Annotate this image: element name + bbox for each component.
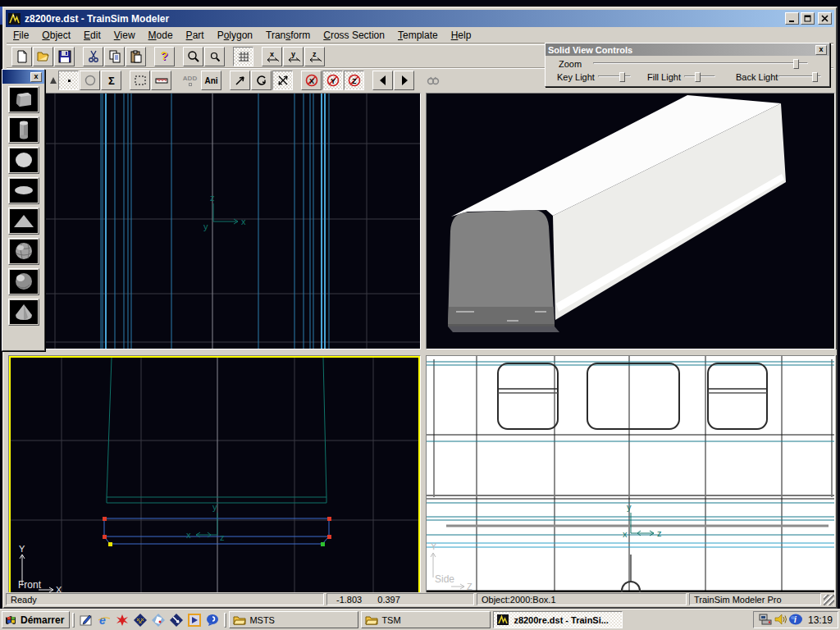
menu-part[interactable]: Part <box>180 28 211 43</box>
save-button[interactable] <box>54 47 75 66</box>
find-button[interactable] <box>422 71 443 90</box>
zoom-in-button[interactable] <box>183 47 203 66</box>
paste-button[interactable] <box>126 47 146 66</box>
show-desktop-icon[interactable] <box>78 612 94 628</box>
minimize-button[interactable] <box>785 12 799 25</box>
front-corner-y-label: Y <box>19 544 25 554</box>
spline-button[interactable]: Σ <box>101 71 121 90</box>
measure-button[interactable] <box>151 71 171 90</box>
dome-primitive-button[interactable] <box>8 299 39 326</box>
internet-explorer-icon[interactable]: e <box>96 612 112 628</box>
print-device-icon[interactable] <box>759 613 772 628</box>
red-star-icon[interactable] <box>114 612 130 628</box>
menu-help[interactable]: Help <box>445 28 478 43</box>
hidden-partial-button[interactable] <box>49 71 57 90</box>
cut-button[interactable] <box>83 47 103 66</box>
rotate-tool-button[interactable] <box>251 71 272 90</box>
start-button[interactable]: Démarrer <box>2 611 70 628</box>
vertex-marker[interactable] <box>327 517 331 521</box>
copy-button[interactable] <box>104 47 125 66</box>
axis-x-button[interactable]: x <box>262 47 282 66</box>
shape-palette-titlebar[interactable]: x <box>2 70 44 84</box>
back-light-slider-thumb[interactable] <box>812 72 818 82</box>
horizontal-splitter[interactable] <box>7 349 837 355</box>
menu-cross-section[interactable]: Cross Section <box>317 28 391 43</box>
vertex-marker[interactable] <box>108 542 112 546</box>
vertex-marker[interactable] <box>327 535 331 539</box>
info-bubble-icon[interactable]: i <box>788 613 803 628</box>
resize-grip[interactable] <box>824 595 834 605</box>
menu-object[interactable]: Object <box>35 28 77 43</box>
menu-mode[interactable]: Mode <box>142 28 180 43</box>
zoom-slider[interactable] <box>593 58 808 69</box>
sphere-primitive-button[interactable] <box>8 147 39 174</box>
dark-grid-icon[interactable] <box>132 612 148 628</box>
task-button-msts[interactable]: MSTS <box>229 611 358 628</box>
menu-transform[interactable]: Transform <box>259 28 317 43</box>
vertex-marker[interactable] <box>321 542 325 546</box>
shape-palette-close-icon[interactable]: x <box>30 72 42 82</box>
chat-bubble-icon[interactable] <box>204 612 221 628</box>
viewport-side[interactable]: yxzYSideZ <box>426 355 835 596</box>
marquee-select-button[interactable] <box>130 71 150 90</box>
next-button[interactable] <box>394 71 414 90</box>
media-player-icon[interactable] <box>186 612 203 628</box>
volume-icon[interactable] <box>774 613 787 628</box>
lock-x-button[interactable]: X <box>301 71 322 90</box>
taskbar-divider <box>72 613 75 628</box>
solid-view-controls: Solid View Controls x Zoom Key Light Fil… <box>545 43 830 87</box>
lock-y-button[interactable]: Y <box>322 71 343 90</box>
scale-tool-button[interactable] <box>272 71 293 90</box>
key-light-slider-track[interactable] <box>598 75 631 77</box>
close-button[interactable] <box>818 12 832 25</box>
prev-button[interactable] <box>372 71 393 90</box>
fill-light-slider-thumb[interactable] <box>695 72 701 82</box>
help-button[interactable]: ?? <box>154 47 175 66</box>
geosphere-primitive-button[interactable] <box>8 238 39 265</box>
open-file-button[interactable] <box>33 47 53 66</box>
task-button-z8200re-dst-trainsi-[interactable]: z8200re.dst - TrainSi... <box>493 611 623 628</box>
draw-arrow-icon[interactable] <box>168 612 185 628</box>
solid-view-controls-close-icon[interactable]: x <box>815 45 827 55</box>
grid-toggle-button[interactable] <box>233 47 253 66</box>
point-mode-button[interactable] <box>58 71 79 90</box>
menu-view[interactable]: View <box>107 28 142 43</box>
key-light-slider[interactable] <box>598 71 631 82</box>
title-bar[interactable]: z8200re.dst - TrainSim Modeler <box>6 10 834 27</box>
back-light-slider[interactable] <box>778 71 821 82</box>
move-tool-button[interactable] <box>230 71 250 90</box>
viewport-perspective[interactable] <box>426 93 835 349</box>
cylinder-primitive-button[interactable] <box>8 116 39 144</box>
zoom-slider-track[interactable] <box>593 62 808 64</box>
svg-text:X: X <box>309 77 314 85</box>
note-diamond-icon[interactable] <box>150 612 167 628</box>
vertex-marker[interactable] <box>103 535 107 539</box>
screen: z8200re.dst - TrainSim Modeler FileObjec… <box>0 0 840 630</box>
axis-y-button[interactable]: y <box>283 47 304 66</box>
fill-light-slider[interactable] <box>684 71 715 82</box>
menu-edit[interactable]: Edit <box>77 28 107 43</box>
animate-button[interactable]: Ani <box>201 71 221 90</box>
zoom-slider-thumb[interactable] <box>793 59 799 69</box>
add-button[interactable]: ADD <box>180 71 200 90</box>
menu-polygon[interactable]: Polygon <box>211 28 259 43</box>
circle-mode-button[interactable] <box>80 71 100 90</box>
vertex-marker[interactable] <box>103 517 107 521</box>
key-light-slider-thumb[interactable] <box>619 72 625 82</box>
lock-z-button[interactable]: Z <box>344 71 364 90</box>
maximize-button[interactable] <box>801 12 815 25</box>
menu-template[interactable]: Template <box>391 28 445 43</box>
menu-file[interactable]: File <box>7 28 35 43</box>
ellipsoid-primitive-button[interactable] <box>8 177 39 204</box>
viewport-front[interactable]: yxzYFrontX <box>8 355 421 596</box>
zoom-out-button[interactable] <box>204 47 225 66</box>
box-primitive-button[interactable] <box>8 86 39 113</box>
taskbar-divider-2 <box>224 613 226 628</box>
task-button-tsm[interactable]: TSM <box>361 611 491 628</box>
smooth-sphere-primitive-button[interactable] <box>8 268 39 295</box>
viewport-top[interactable]: zxy→X <box>8 93 421 349</box>
axis-z-button[interactable]: z <box>304 47 325 66</box>
new-file-button[interactable] <box>11 47 32 66</box>
solid-view-controls-titlebar[interactable]: Solid View Controls x <box>546 43 829 56</box>
cone-primitive-button[interactable] <box>8 208 39 235</box>
